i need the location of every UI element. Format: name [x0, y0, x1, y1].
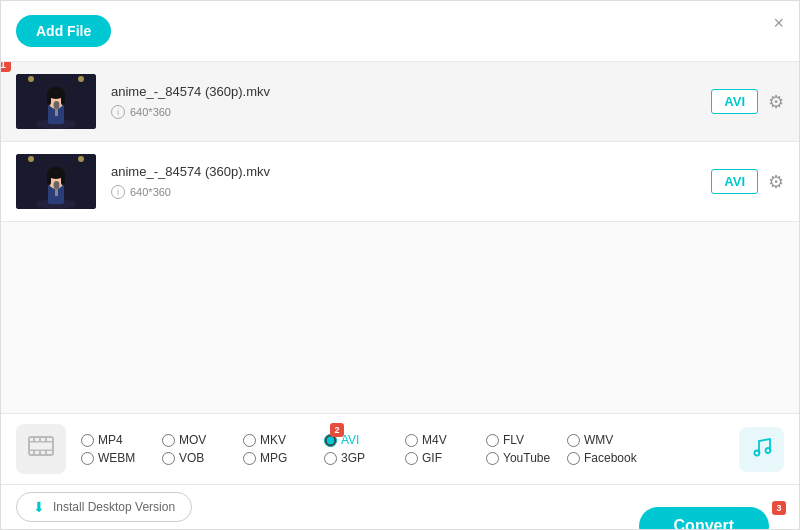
info-icon-2[interactable]: i: [111, 185, 125, 199]
file-actions-2: AVI ⚙: [711, 169, 784, 194]
svg-point-21: [78, 156, 84, 162]
svg-rect-16: [47, 173, 51, 185]
format-wmv[interactable]: WMV: [567, 433, 648, 447]
file-item-1: 1: [1, 62, 799, 142]
bottom-bar: ⬇ Install Desktop Version 3 Convert: [1, 484, 799, 529]
svg-rect-17: [61, 173, 65, 185]
file-list: 1: [1, 61, 799, 222]
svg-point-9: [28, 76, 34, 82]
file-info-1: anime_-_84574 (360p).mkv i 640*360: [111, 84, 711, 119]
format-m4v[interactable]: M4V: [405, 433, 486, 447]
install-desktop-button[interactable]: ⬇ Install Desktop Version: [16, 492, 192, 522]
format-mp4[interactable]: MP4: [81, 433, 162, 447]
settings-icon-1[interactable]: ⚙: [768, 91, 784, 113]
header: Add File ×: [1, 1, 799, 61]
install-label: Install Desktop Version: [53, 500, 175, 514]
music-icon: [751, 436, 773, 463]
badge-2: 2: [330, 423, 344, 437]
film-icon: [27, 432, 55, 466]
file-resolution-1: i 640*360: [111, 105, 711, 119]
file-name-2: anime_-_84574 (360p).mkv: [111, 164, 711, 179]
format-bar: MP4 MOV MKV 2 AVI M4V FLV WMV WEBM: [1, 413, 799, 484]
format-options: MP4 MOV MKV 2 AVI M4V FLV WMV WEBM: [81, 433, 729, 465]
svg-rect-28: [33, 451, 35, 455]
format-badge-1[interactable]: AVI: [711, 89, 758, 114]
audio-format-button[interactable]: [739, 427, 784, 472]
format-badge-2[interactable]: AVI: [711, 169, 758, 194]
format-webm[interactable]: WEBM: [81, 451, 162, 465]
file-actions-1: AVI ⚙: [711, 89, 784, 114]
file-info-2: anime_-_84574 (360p).mkv i 640*360: [111, 164, 711, 199]
format-mkv[interactable]: MKV: [243, 433, 324, 447]
settings-icon-2[interactable]: ⚙: [768, 171, 784, 193]
format-youtube[interactable]: YouTube: [486, 451, 567, 465]
badge-1: 1: [1, 61, 11, 72]
file-resolution-2: i 640*360: [111, 185, 711, 199]
file-name-1: anime_-_84574 (360p).mkv: [111, 84, 711, 99]
svg-rect-6: [61, 93, 65, 105]
svg-rect-29: [39, 451, 41, 455]
format-avi-wrapper: 2 AVI: [324, 433, 405, 447]
convert-button[interactable]: Convert: [639, 507, 769, 530]
svg-point-20: [28, 156, 34, 162]
format-flv[interactable]: FLV: [486, 433, 567, 447]
download-icon: ⬇: [33, 499, 45, 515]
svg-rect-30: [45, 451, 47, 455]
svg-rect-5: [47, 93, 51, 105]
close-button[interactable]: ×: [773, 13, 784, 34]
svg-rect-23: [29, 441, 53, 443]
format-gif[interactable]: GIF: [405, 451, 486, 465]
format-mov[interactable]: MOV: [162, 433, 243, 447]
svg-point-10: [78, 76, 84, 82]
file-thumbnail-1: [16, 74, 96, 129]
format-mpg[interactable]: MPG: [243, 451, 324, 465]
badge-3: 3: [772, 501, 786, 515]
svg-point-31: [754, 450, 759, 455]
file-thumbnail-2: [16, 154, 96, 209]
format-vob[interactable]: VOB: [162, 451, 243, 465]
svg-point-19: [54, 181, 60, 189]
add-file-button[interactable]: Add File: [16, 15, 111, 47]
format-facebook[interactable]: Facebook: [567, 451, 648, 465]
file-item-2: anime_-_84574 (360p).mkv i 640*360 AVI ⚙: [1, 142, 799, 222]
svg-rect-24: [29, 450, 53, 452]
info-icon-1[interactable]: i: [111, 105, 125, 119]
format-3gp[interactable]: 3GP: [324, 451, 405, 465]
svg-rect-25: [33, 437, 35, 441]
svg-rect-26: [39, 437, 41, 441]
svg-point-8: [54, 101, 60, 109]
svg-rect-27: [45, 437, 47, 441]
svg-point-32: [765, 448, 770, 453]
video-format-icon: [16, 424, 66, 474]
